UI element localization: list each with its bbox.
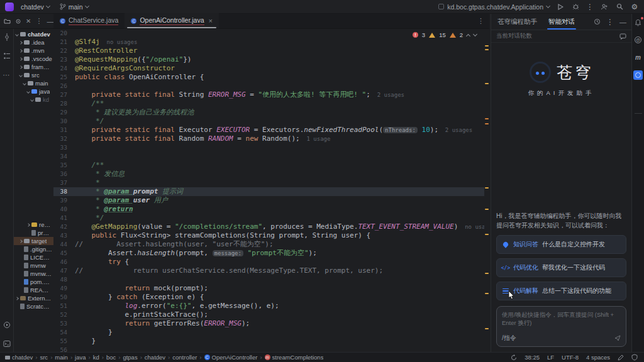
run-tool-icon[interactable] (3, 321, 11, 329)
editor-tab[interactable]: CChatService.java (53, 13, 125, 28)
line-number[interactable]: 54 (53, 328, 75, 337)
assistant-tab[interactable]: 苍穹编程助手 (496, 14, 538, 30)
editor-line[interactable]: 50 } catch (Exception e) { (53, 293, 489, 302)
breadcrumb-item[interactable]: controller (172, 354, 197, 361)
background-task-spinner-icon[interactable] (511, 354, 517, 361)
editor-line[interactable]: 48 (53, 275, 489, 284)
editor-line[interactable]: 23@RequestMapping({"/openai"}) (53, 55, 489, 64)
editor-line[interactable]: 34 (53, 152, 489, 161)
editor-line[interactable]: 37 * (53, 178, 489, 187)
search-everywhere-button[interactable] (615, 3, 624, 11)
line-number[interactable]: 29 (53, 108, 75, 117)
maven-tool-icon[interactable]: m (633, 53, 643, 62)
line-number[interactable]: 35 (53, 161, 75, 170)
line-number[interactable]: 50 (53, 293, 75, 302)
breadcrumb-item[interactable]: chatdev (5, 354, 33, 361)
breadcrumb-item[interactable]: kd (93, 354, 99, 361)
line-number[interactable]: 56 (53, 346, 75, 352)
line-number[interactable]: 49 (53, 284, 75, 293)
next-problem-button[interactable] (473, 32, 477, 36)
editor-line[interactable]: 52 e.printStackTrace(); (53, 310, 489, 319)
assistant-tab[interactable]: 智能对话 (547, 14, 576, 30)
close-tab-icon[interactable]: × (209, 17, 213, 25)
tree-item[interactable]: .vscode (14, 55, 53, 63)
breadcrumb-item[interactable]: mstreamCompletions (265, 354, 324, 361)
editor-line[interactable]: 35 /** (53, 161, 489, 170)
line-number[interactable]: 28 (53, 99, 75, 108)
send-icon[interactable] (614, 335, 621, 341)
terminal-tool-icon[interactable] (3, 339, 11, 348)
debug-button[interactable] (571, 3, 580, 11)
editor-line[interactable]: 54 } (53, 328, 489, 337)
line-number[interactable]: 55 (53, 337, 75, 346)
caret-position[interactable]: 38:25 (525, 354, 540, 361)
editor-line[interactable]: 22@RestController (53, 47, 489, 55)
breadcrumb-item[interactable]: main (55, 354, 68, 361)
breadcrumb-item[interactable]: gtpas (123, 354, 137, 361)
locate-file-button[interactable] (15, 18, 21, 25)
line-number[interactable]: 30 (53, 117, 75, 126)
editor-line[interactable]: 56 (53, 346, 489, 352)
line-number[interactable]: 45 (53, 249, 75, 258)
line-number[interactable]: 37 (53, 178, 75, 187)
line-number[interactable]: 41 (53, 214, 75, 222)
tree-item[interactable]: .mvn (14, 47, 53, 55)
run-configuration-selector[interactable]: kd.boc.gtpas.chatdev.Application (438, 3, 550, 11)
editor-line[interactable]: 28 /** (53, 99, 489, 108)
tree-item[interactable]: prompts (14, 229, 53, 237)
breadcrumb-item[interactable]: COpenAiController (204, 354, 258, 361)
security-shield-icon[interactable] (631, 354, 638, 361)
editor-line[interactable]: 27 private static final String ERROR_MSG… (53, 90, 489, 99)
minimize-panel-button[interactable]: — (619, 18, 626, 26)
tree-item[interactable]: framework (14, 63, 53, 71)
more-tools-icon[interactable]: ⋯ (3, 70, 11, 79)
editor-line[interactable]: 55 } (53, 337, 489, 346)
line-number[interactable]: 21 (53, 38, 75, 47)
line-number[interactable]: 31 (53, 126, 75, 134)
editor-tab[interactable]: COpenAiController.java× (125, 13, 219, 28)
line-number[interactable]: 34 (53, 152, 75, 161)
profile-button[interactable] (600, 3, 609, 11)
tree-item[interactable]: target (14, 237, 53, 245)
line-number[interactable]: 53 (53, 319, 75, 328)
tree-item[interactable]: External Libraries (14, 294, 53, 302)
tree-item[interactable]: README.md (14, 286, 53, 294)
line-number[interactable]: 26 (53, 82, 75, 90)
assistant-options-button[interactable]: ⋮ (606, 18, 614, 26)
tree-item[interactable]: kd (14, 96, 53, 104)
editor-line[interactable]: 26 (53, 82, 489, 90)
project-folder-icon[interactable] (4, 18, 11, 24)
line-number[interactable]: 24 (53, 64, 75, 73)
run-button[interactable] (556, 3, 565, 11)
line-number[interactable]: 39 (53, 196, 75, 205)
editor-line[interactable]: 46 try { (53, 258, 489, 266)
tree-item[interactable]: Scratches and Consoles (14, 302, 53, 310)
new-chat-icon[interactable] (619, 33, 626, 40)
editor-line[interactable]: 21@Slf4j no usages (53, 38, 489, 47)
inspections-widget[interactable]: ! 3 15 2 (410, 31, 479, 39)
line-number[interactable]: 46 (53, 258, 75, 266)
history-icon[interactable] (594, 18, 601, 25)
breadcrumb-item[interactable]: src (40, 354, 48, 361)
line-number[interactable]: 52 (53, 310, 75, 319)
line-number[interactable]: 51 (53, 302, 75, 310)
line-number[interactable]: 23 (53, 55, 75, 64)
editor-line[interactable]: 44// Assert.hasLength(user, "user不能为空"); (53, 240, 489, 249)
line-number[interactable]: 38 (53, 187, 75, 196)
line-ending-indicator[interactable]: LF (547, 354, 554, 361)
line-number[interactable]: 40 (53, 205, 75, 214)
editor-line[interactable]: 36 * 发信息 (53, 170, 489, 178)
tree-item[interactable]: LICENSE (14, 253, 53, 261)
line-number[interactable]: 25 (53, 73, 75, 82)
editor-line[interactable]: 49 return mock(prompt); (53, 284, 489, 293)
editor-line[interactable]: 32 private static final Random RANDOM = … (53, 134, 489, 143)
editor-options-button[interactable]: ⋮ (477, 17, 489, 25)
tree-item[interactable]: mvnw (14, 261, 53, 270)
tree-item[interactable]: java (14, 87, 53, 96)
line-number[interactable]: 32 (53, 134, 75, 143)
tree-item[interactable]: main (14, 79, 53, 87)
line-number[interactable]: 44 (53, 240, 75, 249)
breadcrumb-item[interactable]: chatdev (145, 354, 165, 361)
chat-input[interactable]: 使用/唤起快捷指令，回车直接提问 (Shift + Enter 换行) /指令 (496, 306, 626, 347)
editor-line[interactable]: 51 log.error("e:{}", e.getMessage(), e); (53, 302, 489, 310)
